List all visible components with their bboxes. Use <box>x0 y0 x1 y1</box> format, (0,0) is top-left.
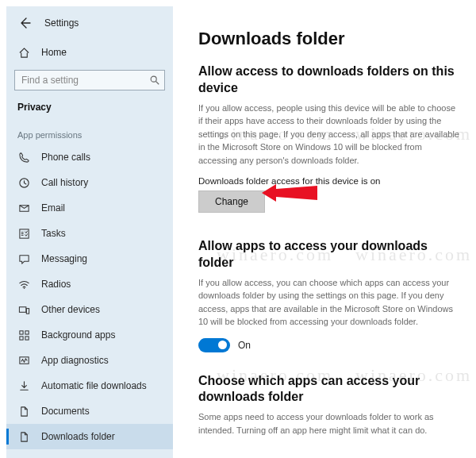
section3-heading: Choose which apps can access your downlo… <box>198 373 460 406</box>
phone-icon <box>17 151 30 164</box>
section2-desc: If you allow access, you can choose whic… <box>198 276 460 329</box>
sidebar-item-label: Messaging <box>41 253 87 264</box>
sidebar-item-label: Tasks <box>41 228 66 239</box>
page-title: Downloads folder <box>198 29 460 49</box>
toggle-row: On <box>198 338 460 352</box>
sidebar-item-background-apps[interactable]: Background apps <box>6 322 173 348</box>
back-button[interactable] <box>16 14 33 32</box>
svg-rect-6 <box>26 308 29 314</box>
section2-heading: Allow apps to access your downloads fold… <box>198 238 460 271</box>
diagnostics-icon <box>17 354 30 367</box>
sidebar-item-tasks[interactable]: Tasks <box>6 221 173 246</box>
section1-heading: Allow access to downloads folders on thi… <box>198 64 460 97</box>
sidebar-item-automatic-file-downloads[interactable]: Automatic file downloads <box>6 373 173 398</box>
sidebar-item-phone-calls[interactable]: Phone calls <box>6 144 173 170</box>
checklist-icon <box>17 227 30 240</box>
sidebar-item-messaging[interactable]: Messaging <box>6 246 173 271</box>
sidebar-item-label: Phone calls <box>41 152 90 163</box>
back-arrow-icon <box>18 17 31 29</box>
allow-apps-toggle[interactable] <box>198 338 230 352</box>
home-icon <box>17 46 30 59</box>
svg-rect-10 <box>25 336 28 339</box>
mail-icon <box>17 202 30 214</box>
download-icon <box>17 379 30 392</box>
sidebar-item-other-devices[interactable]: Other devices <box>6 297 173 322</box>
section1-status: Downloads folder access for this device … <box>198 176 460 186</box>
sidebar-item-label: Automatic file downloads <box>41 380 147 391</box>
sidebar-item-call-history[interactable]: Call history <box>6 170 173 195</box>
search-wrap <box>14 70 165 90</box>
search-input[interactable] <box>14 70 165 90</box>
svg-rect-7 <box>19 330 22 333</box>
main-content: Downloads folder Allow access to downloa… <box>173 6 476 458</box>
svg-point-4 <box>23 287 25 289</box>
sidebar-item-label: Documents <box>41 406 90 417</box>
toggle-label: On <box>238 340 251 351</box>
sidebar-section-label: Privacy <box>6 98 173 121</box>
sidebar-item-app-diagnostics[interactable]: App diagnostics <box>6 348 173 373</box>
document-icon <box>17 430 30 443</box>
sidebar-item-downloads-folder[interactable]: Downloads folder <box>6 424 173 449</box>
svg-rect-5 <box>19 306 25 312</box>
sidebar-home[interactable]: Home <box>6 40 173 65</box>
sidebar-item-label: Radios <box>41 279 71 290</box>
section3-desc: Some apps need to access your downloads … <box>198 410 460 437</box>
change-button[interactable]: Change <box>198 191 265 213</box>
sidebar-item-label: Call history <box>41 177 88 188</box>
document-icon <box>17 405 30 418</box>
home-label: Home <box>41 47 67 58</box>
sidebar-item-label: Email <box>41 202 65 214</box>
sidebar-item-label: Downloads folder <box>41 431 115 442</box>
wifi-icon <box>17 278 30 291</box>
sidebar-item-documents[interactable]: Documents <box>6 398 173 424</box>
sidebar-item-label: Background apps <box>41 329 115 341</box>
sidebar-group-label: App permissions <box>6 121 173 144</box>
sidebar-item-label: Other devices <box>41 304 100 315</box>
sidebar: Settings Home Privacy App permissions Ph… <box>6 6 173 458</box>
sidebar-item-label: App diagnostics <box>41 355 109 366</box>
sidebar-header: Settings <box>6 11 173 40</box>
section1-desc: If you allow access, people using this d… <box>198 102 460 167</box>
clock-icon <box>17 176 30 189</box>
sidebar-item-radios[interactable]: Radios <box>6 271 173 297</box>
app-title: Settings <box>44 17 79 29</box>
sidebar-list[interactable]: Phone callsCall historyEmailTasksMessagi… <box>6 144 173 458</box>
sidebar-item-email[interactable]: Email <box>6 195 173 221</box>
svg-rect-9 <box>19 336 22 339</box>
grid-icon <box>17 329 30 341</box>
message-icon <box>17 252 30 265</box>
devices-icon <box>17 303 30 316</box>
svg-rect-8 <box>25 330 28 333</box>
